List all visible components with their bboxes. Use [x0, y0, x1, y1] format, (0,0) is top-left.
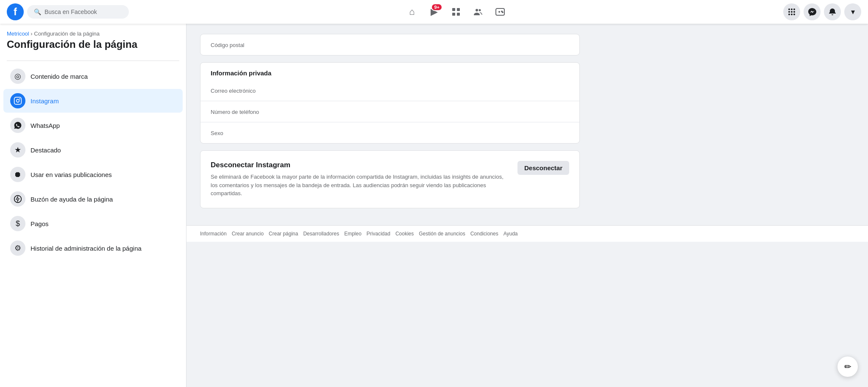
nav-gaming-button[interactable] [490, 2, 510, 22]
svg-rect-20 [14, 97, 22, 105]
sidebar-item-label: Destacado [31, 147, 61, 154]
svg-point-13 [793, 8, 795, 10]
topnav-right: ▾ [783, 3, 861, 20]
account-dropdown-button[interactable]: ▾ [844, 3, 861, 20]
sidebar-item-destacado[interactable]: ★ Destacado [3, 138, 183, 162]
footer-link-ayuda[interactable]: Ayuda [504, 231, 518, 237]
breadcrumb-parent[interactable]: Metricool [7, 30, 29, 37]
sidebar-item-label: Usar en varias publicaciones [31, 171, 112, 178]
destacado-icon: ★ [10, 142, 25, 158]
postal-code-field: Código postal [200, 34, 579, 55]
svg-point-4 [476, 9, 478, 11]
sidebar-item-label: Historial de administración de la página [31, 245, 142, 252]
sidebar-item-label: WhatsApp [31, 122, 60, 129]
postal-code-label: Código postal [211, 42, 245, 48]
svg-point-19 [793, 14, 795, 15]
private-info-section: Información privada Correo electrónico N… [200, 62, 580, 144]
usar-en-varias-icon: ⏺ [10, 167, 25, 182]
page-title: Configuración de la página [0, 39, 186, 57]
pagos-icon: $ [10, 216, 25, 231]
breadcrumb-current: Configuración de la página [34, 30, 100, 37]
postal-code-section: Código postal [200, 34, 580, 55]
sidebar-item-usar-en-varias[interactable]: ⏺ Usar en varias publicaciones [3, 163, 183, 186]
whatsapp-icon [10, 118, 25, 133]
footer-link-crear-pagina[interactable]: Crear página [269, 231, 298, 237]
buzon-icon [10, 191, 25, 207]
footer-link-condiciones[interactable]: Condiciones [470, 231, 498, 237]
page-footer: Información Crear anuncio Crear página D… [186, 225, 868, 242]
video-badge: 9+ [431, 3, 442, 11]
sidebar-item-label: Pagos [31, 220, 49, 227]
fab-button[interactable]: ✏ [837, 357, 858, 377]
sidebar-item-pagos[interactable]: $ Pagos [3, 212, 183, 235]
svg-rect-1 [457, 8, 460, 11]
disconnect-text: Desconectar Instagram Se eliminará de Fa… [211, 161, 507, 198]
svg-point-5 [479, 9, 481, 11]
breadcrumb: Metricool › Configuración de la página [0, 30, 186, 39]
sidebar-item-label: Contenido de marca [31, 73, 88, 80]
svg-point-22 [19, 98, 20, 100]
fab-icon: ✏ [844, 362, 851, 372]
nav-video-button[interactable]: ▶ 9+ [424, 2, 444, 22]
svg-rect-3 [457, 13, 460, 16]
content-inner: Código postal Información privada Correo… [186, 24, 593, 225]
topnav: f 🔍 Busca en Facebook ⌂ ▶ 9+ ▾ [0, 0, 868, 24]
sex-field[interactable]: Sexo [200, 122, 579, 143]
sidebar-item-label: Instagram [31, 97, 59, 105]
instagram-icon [10, 93, 25, 108]
sex-label: Sexo [211, 130, 223, 136]
svg-point-14 [788, 11, 790, 13]
search-bar[interactable]: 🔍 Busca en Facebook [27, 5, 129, 19]
svg-point-10 [502, 12, 503, 13]
svg-point-18 [791, 14, 793, 15]
topnav-left: f 🔍 Busca en Facebook [7, 3, 129, 20]
svg-point-16 [793, 11, 795, 13]
footer-link-empleo[interactable]: Empleo [344, 231, 362, 237]
sidebar-item-label: Buzón de ayuda de la página [31, 196, 113, 203]
email-label: Correo electrónico [211, 88, 256, 94]
private-info-title: Información privada [200, 63, 579, 80]
svg-point-12 [791, 8, 793, 10]
sidebar-item-buzon[interactable]: Buzón de ayuda de la página [3, 187, 183, 211]
svg-rect-0 [452, 8, 455, 11]
sidebar: Metricool › Configuración de la página C… [0, 24, 186, 387]
search-icon: 🔍 [34, 8, 41, 15]
nav-home-button[interactable]: ⌂ [402, 2, 422, 22]
sidebar-divider [7, 61, 179, 61]
svg-rect-2 [452, 13, 455, 16]
svg-point-21 [17, 100, 19, 102]
footer-link-privacidad[interactable]: Privacidad [367, 231, 390, 237]
facebook-logo[interactable]: f [7, 3, 24, 20]
svg-point-17 [788, 14, 790, 15]
sidebar-item-historial[interactable]: ⚙ Historial de administración de la pági… [3, 236, 183, 260]
breadcrumb-separator: › [29, 30, 34, 37]
notifications-button[interactable] [824, 3, 841, 20]
footer-link-gestion-anuncios[interactable]: Gestión de anuncios [419, 231, 465, 237]
topnav-center: ⌂ ▶ 9+ [402, 2, 510, 22]
page-layout: Metricool › Configuración de la página C… [0, 24, 868, 387]
svg-point-11 [788, 8, 790, 10]
disconnect-section: Desconectar Instagram Se eliminará de Fa… [200, 150, 580, 208]
grid-menu-button[interactable] [783, 3, 800, 20]
footer-link-cookies[interactable]: Cookies [395, 231, 414, 237]
disconnect-title: Desconectar Instagram [211, 161, 507, 169]
disconnect-description: Se eliminará de Facebook la mayor parte … [211, 173, 507, 198]
footer-link-desarrolladores[interactable]: Desarrolladores [303, 231, 339, 237]
nav-store-button[interactable] [446, 2, 466, 22]
phone-label: Número de teléfono [211, 109, 259, 115]
svg-point-15 [791, 11, 793, 13]
phone-field[interactable]: Número de teléfono [200, 101, 579, 122]
contenido-de-marca-icon: ◎ [10, 69, 25, 84]
sidebar-item-instagram[interactable]: Instagram [3, 89, 183, 113]
main-content: Código postal Información privada Correo… [186, 24, 868, 387]
sidebar-item-contenido-de-marca[interactable]: ◎ Contenido de marca [3, 64, 183, 88]
footer-link-informacion[interactable]: Información [200, 231, 227, 237]
sidebar-item-whatsapp[interactable]: WhatsApp [3, 113, 183, 137]
messenger-button[interactable] [804, 3, 821, 20]
historial-icon: ⚙ [10, 240, 25, 256]
email-field[interactable]: Correo electrónico [200, 80, 579, 101]
nav-groups-button[interactable] [468, 2, 488, 22]
footer-link-crear-anuncio[interactable]: Crear anuncio [232, 231, 264, 237]
disconnect-button[interactable]: Desconectar [517, 161, 569, 175]
search-placeholder: Busca en Facebook [45, 8, 97, 15]
